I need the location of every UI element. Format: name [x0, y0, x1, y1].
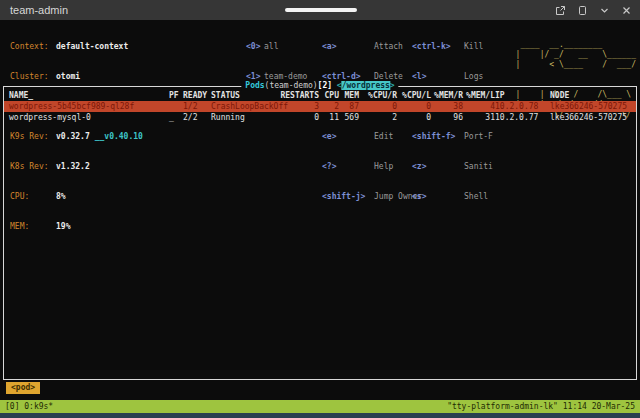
column-header[interactable]: %MEM/L: [463, 90, 495, 101]
pods-view: Pods(team-demo)[2] </wordpress> NAME_PFR…: [3, 86, 637, 380]
pods-table: NAME_PFREADYSTATUSRESTARTSCPUMEM%CPU/R%C…: [4, 87, 636, 123]
info-value: default-context: [56, 42, 128, 52]
pod-cell: _: [169, 112, 183, 123]
column-header[interactable]: NODE: [550, 90, 636, 101]
k9s-header: Context:default-context Cluster:otomi Us…: [8, 22, 638, 84]
pod-table-header: NAME_PFREADYSTATUSRESTARTSCPUMEM%CPU/R%C…: [4, 90, 636, 101]
menu-item: <ctrl-k>Kill: [412, 42, 493, 52]
hotkey-label: Logs: [464, 72, 483, 82]
pod-cell: 10.2.0.77: [495, 112, 550, 123]
menu-item: <a>Attach: [322, 42, 422, 52]
close-icon[interactable]: [621, 5, 632, 16]
window-bottom-edge: [0, 413, 640, 418]
popout-icon[interactable]: [555, 5, 566, 16]
column-header[interactable]: RESTARTS: [273, 90, 319, 101]
pod-cell: [169, 101, 183, 112]
window-title: team-admin: [0, 4, 68, 16]
filter-bracket: >: [390, 81, 395, 90]
view-count: [2]: [318, 81, 337, 90]
column-header[interactable]: CPU: [319, 90, 339, 101]
hotkey: <a>: [322, 42, 374, 52]
pod-cell: 31: [463, 112, 495, 123]
info-label: Cluster:: [10, 72, 56, 82]
namespace-item[interactable]: <0>all: [246, 42, 307, 52]
pod-cell: lke366246-570275: [550, 101, 636, 112]
pod-cell: 4: [463, 101, 495, 112]
pod-cell: 0: [273, 112, 319, 123]
chevron-down-icon[interactable]: [599, 5, 610, 16]
column-header[interactable]: %MEM/R: [431, 90, 463, 101]
pod-cell: 10.2.0.78: [495, 101, 550, 112]
view-name: Pods: [245, 81, 264, 90]
pod-cell: CrashLoopBackOff: [211, 101, 273, 112]
pod-cell: 3: [273, 101, 319, 112]
pod-row[interactable]: wordpress-5b45bcf989-ql28f1/2CrashLoopBa…: [4, 101, 636, 112]
drag-handle[interactable]: [285, 8, 357, 12]
breadcrumb-pod[interactable]: <pod>: [6, 382, 40, 394]
pod-cell: 1/2: [183, 101, 211, 112]
pod-row[interactable]: wordpress-mysql-0_2/2Running011569209631…: [4, 112, 636, 123]
info-label: Context:: [10, 42, 56, 52]
window-titlebar[interactable]: team-admin: [0, 0, 640, 20]
hotkey-label: all: [264, 42, 278, 52]
pod-cell: 11: [319, 112, 339, 123]
hotkey-label: Kill: [464, 42, 483, 52]
pod-table-body: wordpress-5b45bcf989-ql28f1/2CrashLoopBa…: [4, 101, 636, 123]
pod-cell: 569: [339, 112, 359, 123]
filter-badge: /wordpress: [342, 81, 390, 90]
pod-cell: wordpress-mysql-0: [9, 112, 169, 123]
pod-cell: 2: [359, 112, 397, 123]
column-header[interactable]: MEM: [339, 90, 359, 101]
column-header[interactable]: %CPU/L: [397, 90, 431, 101]
hotkey-label: Attach: [374, 42, 403, 52]
pod-cell: 0: [397, 101, 431, 112]
menu-item: <l>Logs: [412, 72, 493, 82]
pod-cell: Running: [211, 112, 273, 123]
tmux-statusbar: [0] 0:k9s* "tty-platform-admin-lk" 11:14…: [0, 400, 640, 413]
hotkey: <ctrl-k>: [412, 42, 464, 52]
hotkey: <0>: [246, 42, 264, 52]
column-header[interactable]: PF: [169, 90, 183, 101]
column-header[interactable]: %CPU/R: [359, 90, 397, 101]
column-header[interactable]: IP: [495, 90, 550, 101]
view-scope: (team-demo): [265, 81, 318, 90]
terminal-window: team-admin: [0, 0, 640, 418]
pod-cell: 87: [339, 101, 359, 112]
pod-cell: wordpress-5b45bcf989-ql28f: [9, 101, 169, 112]
hotkey: <l>: [412, 72, 464, 82]
pod-cell: 2: [319, 101, 339, 112]
column-header[interactable]: STATUS: [211, 90, 273, 101]
k9s-terminal: Context:default-context Cluster:otomi Us…: [0, 20, 640, 400]
clipboard-icon[interactable]: [577, 5, 588, 16]
breadcrumb: <pod>: [6, 382, 40, 394]
info-value: otomi: [56, 72, 80, 82]
column-header[interactable]: NAME_: [9, 90, 169, 101]
tmux-session-info[interactable]: [0] 0:k9s*: [5, 400, 53, 413]
pod-cell: lke366246-570275: [550, 112, 636, 123]
pod-cell: 0: [397, 112, 431, 123]
tmux-host-clock: "tty-platform-admin-lk" 11:14 20-Mar-25: [447, 400, 635, 413]
pods-view-title: Pods(team-demo)[2] </wordpress>: [241, 81, 398, 91]
pod-cell: 96: [431, 112, 463, 123]
pod-cell: 2/2: [183, 112, 211, 123]
pod-cell: 0: [359, 101, 397, 112]
column-header[interactable]: READY: [183, 90, 211, 101]
pod-cell: 38: [431, 101, 463, 112]
